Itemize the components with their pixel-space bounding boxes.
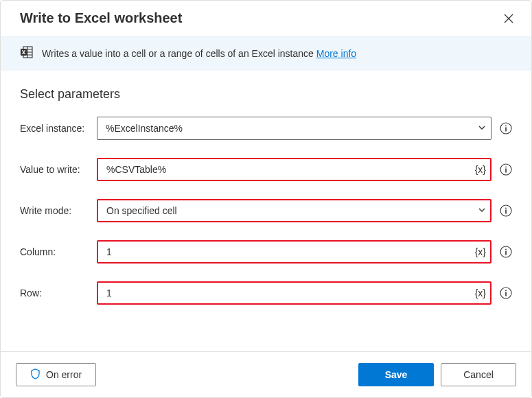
svg-rect-14 [505, 210, 507, 214]
field-value-to-write: Value to write: %CSVTable% {x} [20, 158, 512, 181]
svg-point-19 [505, 290, 507, 291]
close-icon [504, 14, 513, 23]
banner-text: Writes a value into a cell or a range of… [42, 48, 356, 59]
svg-point-10 [505, 166, 507, 167]
dialog-footer: On error Save Cancel [1, 351, 531, 397]
cancel-button[interactable]: Cancel [441, 363, 516, 386]
info-icon[interactable] [500, 287, 512, 299]
on-error-label: On error [46, 369, 82, 380]
dialog-title: Write to Excel worksheet [20, 10, 182, 26]
field-row: Row: 1 {x} [20, 281, 512, 305]
svg-rect-11 [505, 169, 507, 173]
column-input[interactable]: 1 [97, 240, 491, 264]
dialog-header: Write to Excel worksheet [1, 1, 531, 36]
field-column: Column: 1 {x} [20, 240, 512, 264]
footer-actions: Save Cancel [358, 363, 516, 386]
svg-rect-8 [505, 128, 507, 132]
value-to-write-input[interactable]: %CSVTable% [97, 158, 491, 181]
banner-description: Writes a value into a cell or a range of… [42, 48, 314, 59]
row-input[interactable]: 1 [97, 281, 491, 305]
svg-point-16 [505, 248, 507, 250]
field-write-mode: Write mode: On specified cell [20, 199, 512, 222]
dialog-body: Select parameters Excel instance: %Excel… [1, 71, 531, 351]
svg-rect-20 [505, 292, 507, 296]
field-excel-instance: Excel instance: %ExcelInstance% [20, 117, 512, 140]
cancel-label: Cancel [463, 369, 494, 380]
info-banner: Writes a value into a cell or a range of… [1, 36, 531, 71]
value-to-write-label: Value to write: [20, 164, 97, 175]
shield-icon [30, 368, 41, 382]
column-label: Column: [20, 246, 97, 257]
save-label: Save [385, 369, 408, 380]
write-to-excel-dialog: Write to Excel worksheet Writes a value … [0, 0, 532, 398]
variable-picker-icon[interactable]: {x} [475, 246, 486, 257]
info-icon[interactable] [500, 122, 512, 134]
row-value: 1 [106, 288, 112, 298]
section-title: Select parameters [20, 87, 512, 102]
svg-point-13 [505, 207, 507, 209]
svg-point-7 [505, 125, 507, 126]
svg-rect-17 [505, 251, 507, 255]
excel-instance-label: Excel instance: [20, 123, 97, 134]
row-label: Row: [20, 288, 97, 298]
write-mode-dropdown[interactable]: On specified cell [97, 199, 491, 222]
write-mode-label: Write mode: [20, 205, 97, 216]
variable-picker-icon[interactable]: {x} [475, 288, 486, 298]
excel-icon [20, 45, 34, 61]
on-error-button[interactable]: On error [16, 363, 96, 386]
info-icon[interactable] [500, 246, 512, 258]
info-icon[interactable] [500, 163, 512, 176]
excel-instance-value: %ExcelInstance% [106, 123, 183, 134]
variable-picker-icon[interactable]: {x} [475, 164, 486, 175]
info-icon[interactable] [500, 204, 512, 217]
write-mode-value: On specified cell [106, 205, 177, 216]
column-value: 1 [106, 246, 112, 257]
save-button[interactable]: Save [358, 363, 434, 386]
excel-instance-dropdown[interactable]: %ExcelInstance% [97, 117, 491, 140]
more-info-link[interactable]: More info [316, 48, 356, 59]
close-button[interactable] [501, 11, 516, 26]
value-to-write-value: %CSVTable% [106, 164, 166, 175]
